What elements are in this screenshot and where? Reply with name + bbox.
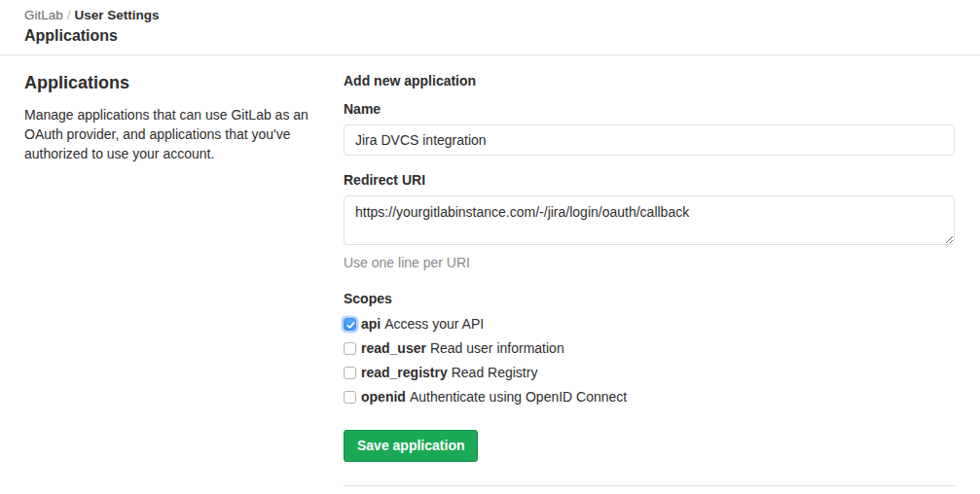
scope-description: Access your API (384, 316, 484, 333)
scope-name: read_registry (361, 365, 448, 381)
scope-name: openid (361, 389, 406, 406)
scope-description: Read Registry (452, 365, 538, 381)
section-description: Manage applications that can use GitLab … (24, 105, 316, 163)
checkmark-icon (345, 319, 357, 332)
redirect-uri-help-text: Use one line per URI (344, 255, 955, 271)
header-bar: GitLab/User Settings Applications (0, 0, 980, 55)
redirect-uri-label: Redirect URI (344, 172, 955, 189)
scope-row-openid[interactable]: openid Authenticate using OpenID Connect (344, 389, 955, 406)
scope-checkbox-openid[interactable] (344, 391, 356, 404)
breadcrumb-link-gitlab[interactable]: GitLab (24, 8, 63, 22)
scope-description: Read user information (430, 340, 564, 357)
add-application-form: Add new application Name Redirect URI ht… (344, 72, 955, 486)
save-application-button[interactable]: Save application (344, 430, 478, 462)
redirect-uri-textarea[interactable]: https://yourgitlabinstance.com/-/jira/lo… (344, 195, 955, 245)
form-divider (344, 485, 955, 486)
breadcrumb-user-settings[interactable]: User Settings (75, 8, 160, 22)
page-title: Applications (24, 26, 956, 46)
scopes-label: Scopes (344, 291, 955, 307)
content-area: Applications Manage applications that ca… (0, 55, 980, 486)
breadcrumb-separator: / (67, 8, 71, 22)
scope-checkbox-read-registry[interactable] (344, 367, 356, 379)
scope-name: api (361, 316, 381, 333)
name-label: Name (344, 101, 955, 118)
application-name-input[interactable] (344, 124, 955, 156)
scope-row-read-user[interactable]: read_user Read user information (344, 340, 955, 357)
form-heading: Add new application (344, 73, 955, 89)
section-description-column: Applications Manage applications that ca… (24, 72, 316, 486)
scope-checkbox-read-user[interactable] (344, 342, 356, 355)
section-heading: Applications (24, 72, 316, 93)
scope-row-api[interactable]: api Access your API (344, 316, 955, 333)
scope-checkbox-api[interactable] (344, 318, 356, 331)
scope-description: Authenticate using OpenID Connect (410, 389, 627, 406)
scope-row-read-registry[interactable]: read_registry Read Registry (344, 365, 955, 381)
breadcrumb: GitLab/User Settings (24, 7, 956, 23)
scope-name: read_user (361, 340, 426, 357)
